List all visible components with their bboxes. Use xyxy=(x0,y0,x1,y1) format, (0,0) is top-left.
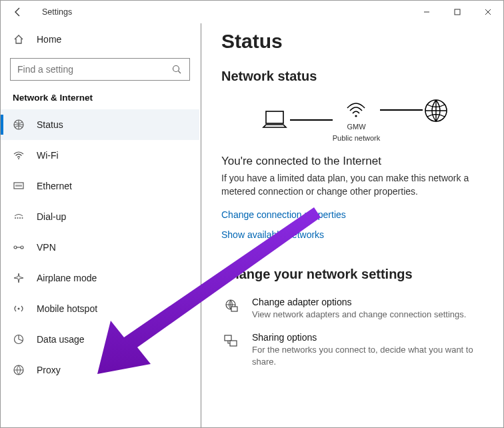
adapter-label: Change adapter options xyxy=(252,297,487,307)
connected-body: If you have a limited data plan, you can… xyxy=(221,172,475,198)
sidebar-nav: Status Wi-Fi Ethernet Dial-up xyxy=(1,109,199,427)
svg-rect-22 xyxy=(266,111,283,123)
svg-point-13 xyxy=(17,217,19,219)
diagram-line xyxy=(290,119,333,121)
link-available-networks[interactable]: Show available networks xyxy=(221,229,487,240)
search-box[interactable] xyxy=(10,58,190,81)
svg-point-5 xyxy=(18,158,19,159)
minimize-button[interactable] xyxy=(411,1,442,23)
hotspot-icon xyxy=(13,303,25,315)
status-icon xyxy=(13,119,25,131)
sidebar-item-data-usage[interactable]: Data usage xyxy=(1,324,199,355)
minimize-icon xyxy=(423,8,431,16)
svg-point-15 xyxy=(22,217,23,219)
sidebar-item-label: Wi-Fi xyxy=(37,150,59,161)
data-usage-icon xyxy=(13,333,25,345)
adapter-desc: View network adapters and change connect… xyxy=(252,309,487,321)
search-icon xyxy=(171,64,183,75)
sidebar-item-wifi[interactable]: Wi-Fi xyxy=(1,140,199,171)
home-icon xyxy=(13,33,25,45)
sidebar-item-hotspot[interactable]: Mobile hotspot xyxy=(1,293,199,324)
sharing-icon xyxy=(221,332,240,367)
svg-rect-26 xyxy=(231,307,237,311)
laptop-icon xyxy=(259,107,290,133)
wifi-signal-icon xyxy=(343,97,369,120)
sidebar-item-label: VPN xyxy=(37,242,56,253)
svg-point-14 xyxy=(19,217,21,219)
ethernet-icon xyxy=(13,180,25,192)
sidebar-item-label: Status xyxy=(37,119,63,130)
link-connection-properties[interactable]: Change connection properties xyxy=(221,209,487,220)
main-content: Status Network status GMW Public network xyxy=(201,23,503,427)
dialup-icon xyxy=(13,211,25,223)
back-button[interactable] xyxy=(13,7,26,17)
change-adapter-options[interactable]: Change adapter options View network adap… xyxy=(221,297,487,321)
close-button[interactable] xyxy=(473,1,503,23)
vpn-icon xyxy=(13,241,25,253)
adapter-icon xyxy=(221,297,240,321)
maximize-button[interactable] xyxy=(442,1,473,23)
arrow-left-icon xyxy=(13,7,23,17)
window-controls xyxy=(411,1,503,23)
change-settings-heading: Change your network settings xyxy=(221,267,487,282)
sidebar-category: Network & Internet xyxy=(1,90,199,109)
sidebar-item-label: Mobile hotspot xyxy=(37,303,97,314)
svg-point-2 xyxy=(173,66,179,72)
svg-point-12 xyxy=(15,217,16,219)
svg-point-23 xyxy=(355,115,357,117)
proxy-icon xyxy=(13,364,25,376)
maximize-icon xyxy=(453,8,461,16)
sidebar-item-vpn[interactable]: VPN xyxy=(1,232,199,263)
sidebar-item-label: Data usage xyxy=(37,334,85,345)
network-status-heading: Network status xyxy=(221,69,487,84)
sharing-desc: For the networks you connect to, decide … xyxy=(252,344,487,367)
svg-point-17 xyxy=(21,246,23,249)
sidebar-item-label: Airplane mode xyxy=(37,273,97,283)
sharing-options[interactable]: Sharing options For the networks you con… xyxy=(221,332,487,367)
sidebar-item-label: Proxy xyxy=(37,365,61,375)
sidebar-item-proxy[interactable]: Proxy xyxy=(1,355,199,385)
diagram-ssid: GMW xyxy=(347,123,365,131)
sidebar-item-label: Dial-up xyxy=(37,211,66,222)
sidebar-item-dialup[interactable]: Dial-up xyxy=(1,201,199,232)
globe-icon xyxy=(423,97,449,124)
sidebar: Home Network & Internet Status Wi-Fi xyxy=(1,23,199,427)
sharing-label: Sharing options xyxy=(252,332,487,343)
svg-rect-28 xyxy=(230,341,237,346)
page-title: Status xyxy=(221,30,487,53)
sidebar-item-status[interactable]: Status xyxy=(1,109,199,140)
wifi-icon xyxy=(13,149,25,161)
sidebar-home-label: Home xyxy=(37,34,61,45)
svg-rect-1 xyxy=(455,9,460,15)
close-icon xyxy=(484,8,492,16)
connected-heading: You're connected to the Internet xyxy=(221,155,487,168)
sidebar-item-airplane[interactable]: Airplane mode xyxy=(1,263,199,293)
svg-point-16 xyxy=(14,246,17,249)
diagram-net-type: Public network xyxy=(333,134,381,143)
diagram-line xyxy=(380,109,423,111)
airplane-icon xyxy=(13,272,25,284)
window-title: Settings xyxy=(42,7,72,17)
network-diagram: GMW Public network xyxy=(221,97,487,143)
sidebar-home[interactable]: Home xyxy=(1,26,199,53)
sidebar-item-ethernet[interactable]: Ethernet xyxy=(1,171,199,201)
sidebar-item-label: Ethernet xyxy=(37,181,72,191)
titlebar: Settings xyxy=(1,1,503,23)
svg-point-19 xyxy=(18,308,20,310)
search-input[interactable] xyxy=(17,64,171,75)
svg-rect-27 xyxy=(225,335,231,341)
svg-line-3 xyxy=(179,71,181,74)
